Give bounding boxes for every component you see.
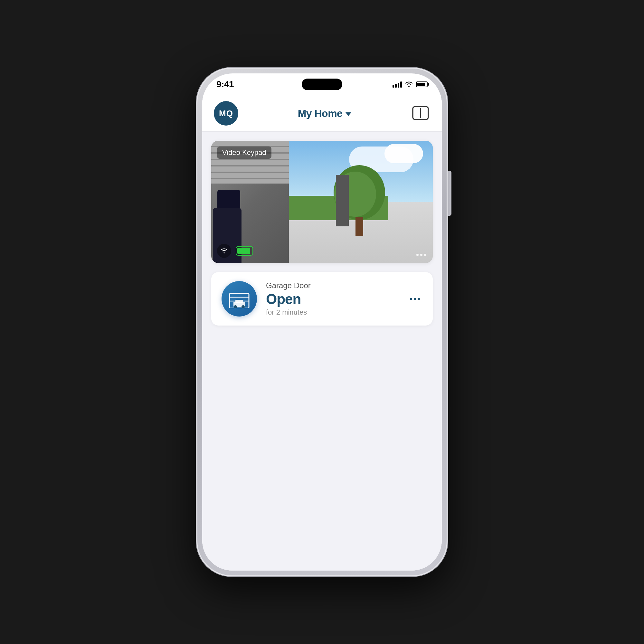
garage-icon-circle bbox=[222, 281, 257, 317]
camera-feed: Video Keypad bbox=[211, 141, 433, 263]
status-time: 9:41 bbox=[216, 79, 234, 90]
more-dot-1 bbox=[416, 254, 419, 256]
signal-bar-4 bbox=[400, 81, 402, 88]
garage-more-dot-3 bbox=[418, 298, 420, 300]
main-content: Video Keypad bbox=[202, 132, 442, 326]
signal-bar-3 bbox=[398, 83, 399, 88]
garage-more-dot-2 bbox=[414, 298, 416, 300]
avatar[interactable]: MQ bbox=[214, 101, 238, 126]
camera-label: Video Keypad bbox=[217, 147, 271, 159]
camera-battery-fill bbox=[237, 248, 250, 254]
tree-trunk bbox=[355, 217, 363, 236]
garage-status: Open bbox=[266, 291, 398, 307]
camera-status-icons bbox=[217, 244, 253, 258]
camera-card[interactable]: Video Keypad bbox=[211, 141, 433, 263]
dynamic-island bbox=[302, 79, 342, 90]
battery-icon bbox=[416, 81, 428, 87]
signal-icon bbox=[393, 81, 402, 88]
wifi-icon bbox=[405, 81, 413, 87]
svg-rect-6 bbox=[235, 300, 243, 303]
status-icons bbox=[393, 81, 428, 88]
signal-bar-1 bbox=[393, 85, 394, 88]
cloud-2 bbox=[384, 144, 423, 163]
garage-more-button[interactable] bbox=[407, 295, 422, 303]
home-title-text: My Home bbox=[298, 108, 343, 119]
camera-battery-icon bbox=[236, 246, 253, 256]
battery-fill bbox=[417, 83, 425, 86]
more-dot-2 bbox=[420, 254, 422, 256]
basketball-hoop bbox=[336, 175, 349, 226]
layout-toggle-button[interactable] bbox=[411, 105, 430, 122]
garage-door-card[interactable]: Garage Door Open for 2 minutes bbox=[211, 272, 433, 326]
camera-more-button[interactable] bbox=[416, 254, 426, 256]
layout-icon bbox=[412, 106, 429, 120]
more-dot-3 bbox=[424, 254, 426, 256]
garage-more-dot-1 bbox=[410, 298, 412, 300]
garage-duration: for 2 minutes bbox=[266, 308, 398, 317]
phone-mockup: 9:41 bbox=[196, 68, 448, 576]
nav-header: MQ My Home bbox=[202, 95, 442, 132]
garage-door-info: Garage Door Open for 2 minutes bbox=[266, 281, 398, 317]
home-title-dropdown-button[interactable]: My Home bbox=[298, 108, 352, 119]
phone-frame: 9:41 bbox=[196, 68, 448, 576]
garage-door-icon bbox=[228, 289, 250, 308]
chevron-down-icon bbox=[346, 112, 351, 116]
app-content: MQ My Home bbox=[202, 95, 442, 571]
signal-bar-2 bbox=[395, 84, 397, 88]
garage-device-label: Garage Door bbox=[266, 281, 398, 290]
camera-wifi-icon bbox=[217, 244, 231, 258]
phone-screen: 9:41 bbox=[202, 73, 442, 571]
wifi-signal-icon bbox=[221, 248, 228, 253]
